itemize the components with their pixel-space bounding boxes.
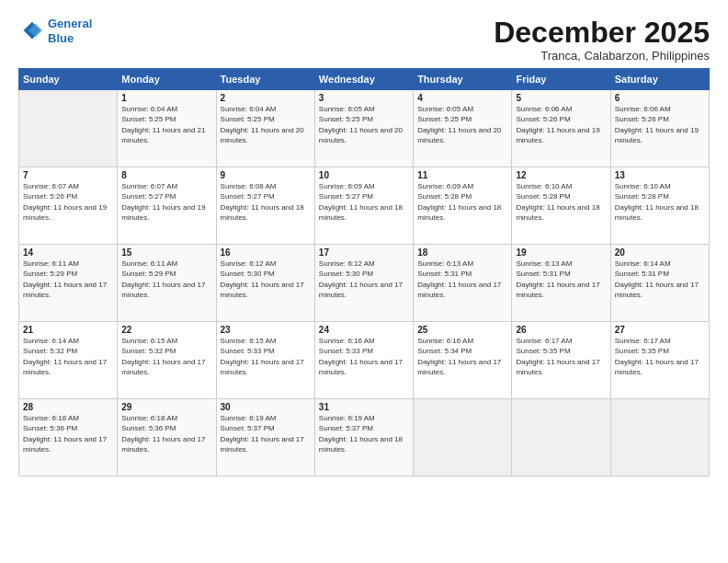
cell-info: Sunrise: 6:07 AMSunset: 5:27 PMDaylight:… [121,182,205,222]
calendar-cell: 10Sunrise: 6:09 AMSunset: 5:27 PMDayligh… [314,167,413,245]
cell-info: Sunrise: 6:09 AMSunset: 5:28 PMDaylight:… [417,182,501,222]
calendar-cell: 12Sunrise: 6:10 AMSunset: 5:28 PMDayligh… [512,167,610,245]
cell-info: Sunrise: 6:06 AMSunset: 5:26 PMDaylight:… [516,105,599,144]
day-number: 13 [615,170,705,180]
cell-info: Sunrise: 6:11 AMSunset: 5:29 PMDaylight:… [121,259,205,299]
day-number: 20 [615,247,705,258]
day-number: 9 [221,170,311,180]
cell-info: Sunrise: 6:18 AMSunset: 5:36 PMDaylight:… [23,414,107,454]
week-row: 14Sunrise: 6:11 AMSunset: 5:29 PMDayligh… [19,245,710,322]
cell-info: Sunrise: 6:14 AMSunset: 5:32 PMDaylight:… [23,337,107,376]
day-number: 24 [319,325,409,335]
day-number: 6 [615,93,705,103]
header-day: Friday [512,69,610,90]
subtitle: Tranca, Calabarzon, Philippines [494,49,710,63]
calendar-cell: 26Sunrise: 6:17 AMSunset: 5:35 PMDayligh… [512,322,610,399]
day-number: 26 [516,325,606,335]
day-number: 15 [121,247,211,258]
day-number: 11 [417,170,507,180]
calendar-cell: 11Sunrise: 6:09 AMSunset: 5:28 PMDayligh… [414,167,512,245]
day-number: 5 [516,93,606,103]
logo-text: General Blue [48,17,92,45]
logo-icon [18,18,44,44]
day-number: 30 [221,402,311,412]
page: General Blue December 2025 Tranca, Calab… [0,0,728,563]
calendar-cell: 28Sunrise: 6:18 AMSunset: 5:36 PMDayligh… [19,399,118,477]
cell-info: Sunrise: 6:10 AMSunset: 5:28 PMDaylight:… [615,182,699,222]
calendar-cell: 8Sunrise: 6:07 AMSunset: 5:27 PMDaylight… [118,167,216,245]
header-day: Thursday [414,69,512,90]
day-number: 10 [319,170,409,180]
calendar-cell: 23Sunrise: 6:15 AMSunset: 5:33 PMDayligh… [216,322,314,399]
logo-line1: General [48,17,92,30]
day-number: 14 [23,247,113,258]
calendar-cell: 15Sunrise: 6:11 AMSunset: 5:29 PMDayligh… [118,245,216,322]
calendar-cell: 7Sunrise: 6:07 AMSunset: 5:26 PMDaylight… [19,167,118,245]
header-day: Wednesday [314,69,413,90]
calendar-cell: 6Sunrise: 6:06 AMSunset: 5:26 PMDaylight… [610,90,709,167]
calendar-cell: 16Sunrise: 6:12 AMSunset: 5:30 PMDayligh… [216,245,314,322]
week-row: 21Sunrise: 6:14 AMSunset: 5:32 PMDayligh… [19,322,710,399]
title-block: December 2025 Tranca, Calabarzon, Philip… [494,17,710,63]
calendar-cell [512,399,610,477]
header-row: SundayMondayTuesdayWednesdayThursdayFrid… [19,69,710,90]
calendar-cell [414,399,512,477]
calendar-cell: 14Sunrise: 6:11 AMSunset: 5:29 PMDayligh… [19,245,118,322]
calendar-cell: 24Sunrise: 6:16 AMSunset: 5:33 PMDayligh… [314,322,413,399]
cell-info: Sunrise: 6:06 AMSunset: 5:26 PMDaylight:… [615,105,699,144]
calendar-cell [19,90,118,167]
calendar-cell [610,399,709,477]
calendar-cell: 5Sunrise: 6:06 AMSunset: 5:26 PMDaylight… [512,90,610,167]
day-number: 31 [319,402,409,412]
cell-info: Sunrise: 6:18 AMSunset: 5:36 PMDaylight:… [121,414,205,454]
cell-info: Sunrise: 6:16 AMSunset: 5:34 PMDaylight:… [417,337,501,376]
calendar-cell: 3Sunrise: 6:05 AMSunset: 5:25 PMDaylight… [314,90,413,167]
day-number: 28 [23,402,113,412]
logo: General Blue [18,17,92,45]
calendar-cell: 22Sunrise: 6:15 AMSunset: 5:32 PMDayligh… [118,322,216,399]
cell-info: Sunrise: 6:13 AMSunset: 5:31 PMDaylight:… [417,259,501,299]
calendar-cell: 18Sunrise: 6:13 AMSunset: 5:31 PMDayligh… [414,245,512,322]
calendar-cell: 13Sunrise: 6:10 AMSunset: 5:28 PMDayligh… [610,167,709,245]
day-number: 19 [516,247,606,258]
cell-info: Sunrise: 6:12 AMSunset: 5:30 PMDaylight:… [221,259,304,299]
calendar-cell: 27Sunrise: 6:17 AMSunset: 5:35 PMDayligh… [610,322,709,399]
calendar-cell: 1Sunrise: 6:04 AMSunset: 5:25 PMDaylight… [118,90,216,167]
header: General Blue December 2025 Tranca, Calab… [18,17,710,63]
cell-info: Sunrise: 6:19 AMSunset: 5:37 PMDaylight:… [319,414,403,454]
cell-info: Sunrise: 6:05 AMSunset: 5:25 PMDaylight:… [417,105,501,144]
cell-info: Sunrise: 6:15 AMSunset: 5:32 PMDaylight:… [121,337,205,376]
day-number: 16 [221,247,311,258]
day-number: 7 [23,170,113,180]
calendar-cell: 2Sunrise: 6:04 AMSunset: 5:25 PMDaylight… [216,90,314,167]
cell-info: Sunrise: 6:17 AMSunset: 5:35 PMDaylight:… [615,337,699,376]
cell-info: Sunrise: 6:05 AMSunset: 5:25 PMDaylight:… [319,105,403,144]
cell-info: Sunrise: 6:09 AMSunset: 5:27 PMDaylight:… [319,182,403,222]
day-number: 12 [516,170,606,180]
day-number: 3 [319,93,409,103]
cell-info: Sunrise: 6:04 AMSunset: 5:25 PMDaylight:… [221,105,304,144]
week-row: 28Sunrise: 6:18 AMSunset: 5:36 PMDayligh… [19,399,710,477]
day-number: 4 [417,93,507,103]
day-number: 29 [121,402,211,412]
day-number: 17 [319,247,409,258]
calendar-cell: 29Sunrise: 6:18 AMSunset: 5:36 PMDayligh… [118,399,216,477]
day-number: 22 [121,325,211,335]
calendar-cell: 17Sunrise: 6:12 AMSunset: 5:30 PMDayligh… [314,245,413,322]
cell-info: Sunrise: 6:08 AMSunset: 5:27 PMDaylight:… [221,182,304,222]
cell-info: Sunrise: 6:13 AMSunset: 5:31 PMDaylight:… [516,259,599,299]
calendar-cell: 19Sunrise: 6:13 AMSunset: 5:31 PMDayligh… [512,245,610,322]
cell-info: Sunrise: 6:17 AMSunset: 5:35 PMDaylight:… [516,337,599,376]
cell-info: Sunrise: 6:14 AMSunset: 5:31 PMDaylight:… [615,259,699,299]
header-day: Monday [118,69,216,90]
calendar-cell: 9Sunrise: 6:08 AMSunset: 5:27 PMDaylight… [216,167,314,245]
day-number: 27 [615,325,705,335]
week-row: 7Sunrise: 6:07 AMSunset: 5:26 PMDaylight… [19,167,710,245]
calendar-cell: 20Sunrise: 6:14 AMSunset: 5:31 PMDayligh… [610,245,709,322]
day-number: 18 [417,247,507,258]
week-row: 1Sunrise: 6:04 AMSunset: 5:25 PMDaylight… [19,90,710,167]
cell-info: Sunrise: 6:16 AMSunset: 5:33 PMDaylight:… [319,337,403,376]
header-day: Sunday [19,69,118,90]
header-day: Saturday [610,69,709,90]
day-number: 21 [23,325,113,335]
